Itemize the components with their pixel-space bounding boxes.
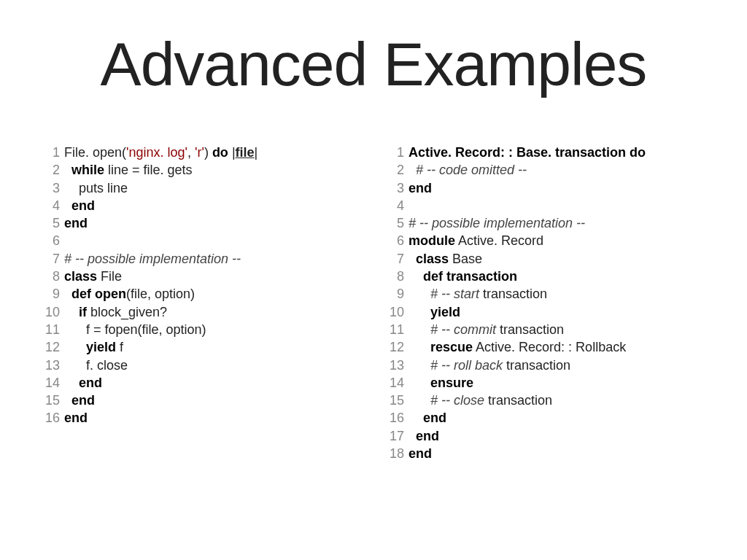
code-text: rescue Active. Record: : Rollback [409, 338, 626, 356]
code-line: 8 def transaction [388, 268, 703, 285]
line-number: 6 [388, 232, 409, 249]
code-text: File. open('nginx. log', 'r') do |file| [64, 144, 258, 161]
code-line: 12 yield f [44, 338, 359, 356]
code-line: 7 class Base [388, 250, 703, 268]
line-number: 7 [44, 250, 64, 268]
line-number: 1 [388, 144, 409, 161]
code-text: # -- close transaction [409, 392, 552, 409]
code-line: 6module Active. Record [388, 232, 703, 249]
code-text: end [409, 179, 432, 197]
code-line: 16 end [388, 409, 703, 427]
code-line: 16end [44, 409, 359, 427]
code-line: 1Active. Record: : Base. transaction do [388, 144, 703, 161]
code-text: def open(file, option) [64, 285, 195, 303]
line-number: 3 [388, 179, 409, 197]
code-text: class File [64, 268, 122, 285]
code-text: # -- start transaction [409, 285, 547, 303]
code-line: 3end [388, 179, 703, 197]
slide: Advanced Examples 1File. open('nginx. lo… [0, 0, 747, 560]
line-number: 15 [44, 392, 64, 409]
line-number: 12 [388, 338, 409, 356]
code-line: 4 end [44, 197, 359, 214]
code-columns: 1File. open('nginx. log', 'r') do |file|… [44, 144, 703, 462]
code-line: 7# -- possible implementation -- [44, 250, 359, 268]
line-number: 13 [388, 357, 409, 374]
line-number: 10 [388, 303, 409, 321]
code-line: 11 # -- commit transaction [388, 321, 703, 338]
code-line: 17 end [388, 427, 703, 445]
line-number: 2 [388, 161, 409, 179]
code-text: end [409, 427, 439, 445]
code-text: end [409, 409, 446, 427]
code-line: 10 yield [388, 303, 703, 321]
line-number: 18 [388, 445, 409, 462]
code-text: # -- possible implementation -- [409, 214, 585, 232]
code-line: 13 f. close [44, 357, 359, 374]
line-number: 16 [388, 409, 409, 427]
code-line: 1File. open('nginx. log', 'r') do |file| [44, 144, 359, 161]
slide-title: Advanced Examples [44, 29, 703, 100]
code-block-left: 1File. open('nginx. log', 'r') do |file|… [44, 144, 359, 462]
line-number: 11 [388, 321, 409, 338]
line-number: 16 [44, 409, 64, 427]
line-number: 4 [44, 197, 64, 214]
code-text: end [64, 374, 102, 392]
line-number: 13 [44, 357, 64, 374]
code-text: f = fopen(file, option) [64, 321, 206, 338]
code-line: 14 end [44, 374, 359, 392]
code-text: end [64, 197, 95, 214]
code-text: class Base [409, 250, 482, 268]
line-number: 10 [44, 303, 64, 321]
line-number: 12 [44, 338, 64, 356]
line-number: 14 [44, 374, 64, 392]
line-number: 15 [388, 392, 409, 409]
code-text: # -- roll back transaction [409, 357, 570, 374]
line-number: 14 [388, 374, 409, 392]
code-line: 6 [44, 232, 359, 249]
code-line: 15 # -- close transaction [388, 392, 703, 409]
code-line: 12 rescue Active. Record: : Rollback [388, 338, 703, 356]
code-line: 9 def open(file, option) [44, 285, 359, 303]
code-line: 3 puts line [44, 179, 359, 197]
code-line: 8class File [44, 268, 359, 285]
code-line: 10 if block_given? [44, 303, 359, 321]
code-text: while line = file. gets [64, 161, 193, 179]
code-text: # -- possible implementation -- [64, 250, 241, 268]
code-text: Active. Record: : Base. transaction do [409, 144, 646, 161]
code-text: puts line [64, 179, 128, 197]
code-line: 4 [388, 197, 703, 214]
code-text: module Active. Record [409, 232, 543, 249]
code-line: 14 ensure [388, 374, 703, 392]
line-number: 5 [44, 214, 64, 232]
code-text: if block_given? [64, 303, 167, 321]
code-text: yield [409, 303, 460, 321]
line-number: 11 [44, 321, 64, 338]
code-line: 11 f = fopen(file, option) [44, 321, 359, 338]
line-number: 8 [44, 268, 64, 285]
line-number: 17 [388, 427, 409, 445]
line-number: 3 [44, 179, 64, 197]
code-line: 2 # -- code omitted -- [388, 161, 703, 179]
code-line: 9 # -- start transaction [388, 285, 703, 303]
line-number: 9 [44, 285, 64, 303]
code-block-right: 1Active. Record: : Base. transaction do2… [388, 144, 703, 462]
code-text: def transaction [409, 268, 517, 285]
line-number: 4 [388, 197, 409, 214]
code-line: 15 end [44, 392, 359, 409]
code-text: f. close [64, 357, 128, 374]
line-number: 1 [44, 144, 64, 161]
line-number: 8 [388, 268, 409, 285]
line-number: 6 [44, 232, 64, 249]
code-line: 13 # -- roll back transaction [388, 357, 703, 374]
code-text: yield f [64, 338, 123, 356]
code-text: ensure [409, 374, 473, 392]
code-line: 5end [44, 214, 359, 232]
code-text: end [64, 392, 95, 409]
line-number: 5 [388, 214, 409, 232]
line-number: 9 [388, 285, 409, 303]
code-text: end [64, 214, 88, 232]
code-line: 2 while line = file. gets [44, 161, 359, 179]
code-text: # -- code omitted -- [409, 161, 527, 179]
code-text: end [409, 445, 432, 462]
code-text: # -- commit transaction [409, 321, 564, 338]
